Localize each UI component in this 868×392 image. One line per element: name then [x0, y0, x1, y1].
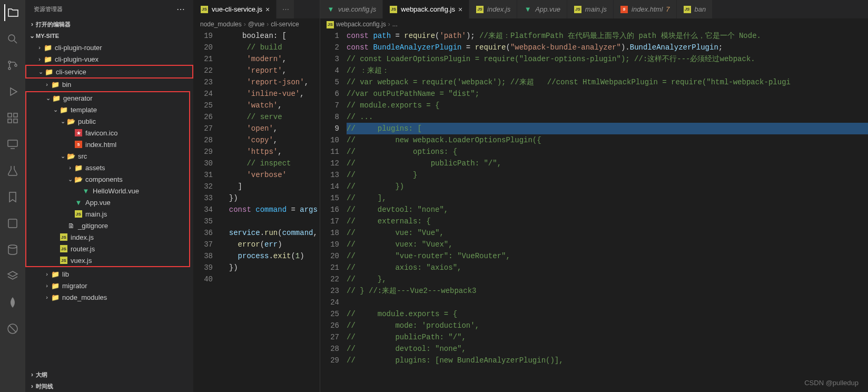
tree-item-helloworld-vue[interactable]: ▼HelloWorld.vue: [26, 185, 189, 197]
outline-section[interactable]: ›大纲: [25, 369, 193, 380]
close-icon[interactable]: ×: [265, 5, 270, 14]
code-left[interactable]: 1920212223242526272829303132333435363738…: [194, 30, 320, 392]
bookmark-icon[interactable]: [4, 189, 21, 205]
svg-point-10: [8, 245, 17, 248]
extensions-icon[interactable]: [4, 110, 21, 126]
folder-icon: 📁: [44, 68, 54, 76]
tab-index-html[interactable]: 5index.html7: [614, 0, 676, 18]
close-icon[interactable]: ×: [458, 5, 462, 14]
layers-icon[interactable]: [4, 268, 21, 285]
html-icon: 5: [74, 141, 83, 148]
tab-app-vue[interactable]: ▼App.vue: [517, 0, 567, 18]
tree-item-cli-plugin-vuex[interactable]: ›📁cli-plugin-vuex: [25, 53, 193, 65]
tab-badge: 7: [666, 5, 669, 13]
folder-git-icon: 📂: [74, 175, 83, 183]
folder-icon: 📁: [51, 81, 60, 89]
tree-item-public[interactable]: ⌄📂public: [26, 115, 189, 127]
tree-item-lib[interactable]: ›📁lib: [25, 268, 193, 280]
tab-ban[interactable]: JSban: [677, 0, 713, 18]
svg-point-0: [8, 35, 15, 41]
tab-vue-cli-service[interactable]: JS vue-cli-service.js ×: [194, 0, 277, 18]
test-icon[interactable]: [4, 162, 21, 179]
js-icon: JS: [683, 5, 692, 14]
tab-label: vue-cli-service.js: [212, 5, 262, 13]
folder-icon: 📁: [52, 94, 61, 102]
source-control-icon[interactable]: [4, 57, 21, 74]
debug-icon[interactable]: [4, 83, 21, 100]
timeline-section[interactable]: ›时间线: [25, 380, 193, 392]
project-section[interactable]: ⌄MY-SITE: [25, 30, 193, 42]
tree-item-main-js[interactable]: JSmain.js: [26, 208, 189, 220]
svg-rect-4: [8, 113, 12, 117]
folder-icon: 📁: [43, 55, 53, 63]
activity-bar: [0, 0, 25, 392]
tab-vue-config-js[interactable]: ▼vue.config.js: [320, 0, 383, 18]
svg-point-3: [15, 64, 17, 66]
tree-item-assets[interactable]: ›📁assets: [26, 162, 189, 173]
file-tree: ›📁cli-plugin-router›📁cli-plugin-vuex⌄📁cl…: [25, 42, 193, 369]
tree-item-bin[interactable]: ›📁bin: [25, 79, 193, 90]
tree-item-index-js[interactable]: JSindex.js: [26, 231, 189, 243]
folder-icon: 📁: [51, 282, 60, 290]
section-label: MY-SITE: [36, 33, 59, 39]
breadcrumb-right[interactable]: JS webpack.config.js› ...: [320, 18, 868, 30]
tree-item-cli-service[interactable]: ⌄📁cli-service: [26, 66, 192, 77]
js-icon: JS: [476, 5, 484, 14]
stop-icon[interactable]: [4, 320, 21, 337]
code-right[interactable]: 1234567891011121314151617181920212223242…: [320, 30, 868, 392]
tree-item-router-js[interactable]: JSrouter.js: [26, 243, 189, 254]
svg-rect-9: [8, 219, 17, 228]
search-icon[interactable]: [4, 31, 21, 47]
tabs-left: JS vue-cli-service.js × ⋯: [194, 0, 320, 18]
js-icon: JS: [59, 245, 68, 252]
sidebar-title: 资源管理器: [34, 5, 63, 13]
tree-item-template[interactable]: ⌄📁template: [26, 104, 189, 115]
tree-item-migrator[interactable]: ›📁migrator: [25, 280, 193, 291]
sidebar: 资源管理器 ⋯ ›打开的编辑器 ⌄MY-SITE ›📁cli-plugin-ro…: [25, 0, 194, 392]
svg-point-2: [8, 67, 11, 70]
sidebar-header: 资源管理器 ⋯: [25, 0, 193, 18]
vue-icon: ▼: [327, 5, 335, 14]
tree-item-vuex-js[interactable]: JSvuex.js: [26, 254, 189, 266]
svg-rect-6: [8, 119, 12, 123]
tabs-right: ▼vue.config.jsJSwebpack.config.js×JSinde…: [320, 0, 868, 18]
file-icon: 🗎: [66, 222, 76, 230]
svg-rect-8: [8, 140, 17, 146]
vue-icon: ▼: [81, 187, 91, 195]
editor-pane-left: JS vue-cli-service.js × ⋯ node_modules› …: [194, 0, 320, 392]
js-icon: JS: [389, 5, 398, 14]
folder-icon: 📁: [59, 106, 68, 114]
tab-webpack-config-js[interactable]: JSwebpack.config.js×: [383, 0, 469, 18]
editor-area: JS vue-cli-service.js × ⋯ node_modules› …: [194, 0, 868, 392]
tree-item-cli-plugin-router[interactable]: ›📁cli-plugin-router: [25, 42, 193, 53]
tree-item-components[interactable]: ⌄📂components: [26, 173, 189, 185]
tab-index-js[interactable]: JSindex.js: [469, 0, 517, 18]
js-icon: JS: [327, 21, 334, 28]
svg-rect-7: [14, 119, 17, 123]
tree-item-generator[interactable]: ⌄📁generator: [26, 92, 189, 104]
open-editors-section[interactable]: ›打开的编辑器: [25, 18, 193, 30]
js-icon: JS: [201, 6, 208, 13]
tab-main-js[interactable]: JSmain.js: [567, 0, 614, 18]
breadcrumb-left[interactable]: node_modules› @vue› cli-service: [194, 18, 320, 30]
tree-item-app-vue[interactable]: ▼App.vue: [26, 197, 189, 208]
mongo-icon[interactable]: [4, 294, 21, 311]
folder-icon: 📁: [43, 44, 53, 52]
tree-item--gitignore[interactable]: 🗎_gitignore: [26, 220, 189, 231]
tree-item-src[interactable]: ⌄📂src: [26, 150, 189, 162]
svg-rect-5: [14, 113, 17, 117]
js-icon: JS: [59, 257, 68, 264]
tab-more[interactable]: ⋯: [277, 0, 294, 18]
project-icon[interactable]: [4, 215, 21, 232]
remote-icon[interactable]: [4, 136, 21, 153]
tree-item-favicon-ico[interactable]: ★favicon.ico: [26, 127, 189, 139]
database-icon[interactable]: [4, 241, 21, 258]
js-icon: JS: [74, 210, 83, 218]
tree-item-index-html[interactable]: 5index.html: [26, 139, 189, 150]
editor-pane-right: ▼vue.config.jsJSwebpack.config.js×JSinde…: [320, 0, 868, 392]
watermark: CSDN @pulledup: [804, 379, 859, 387]
tree-item-node-modules[interactable]: ›📁node_modules: [25, 291, 193, 303]
svg-point-1: [8, 61, 11, 63]
more-icon[interactable]: ⋯: [176, 4, 185, 14]
explorer-icon[interactable]: [4, 4, 21, 21]
